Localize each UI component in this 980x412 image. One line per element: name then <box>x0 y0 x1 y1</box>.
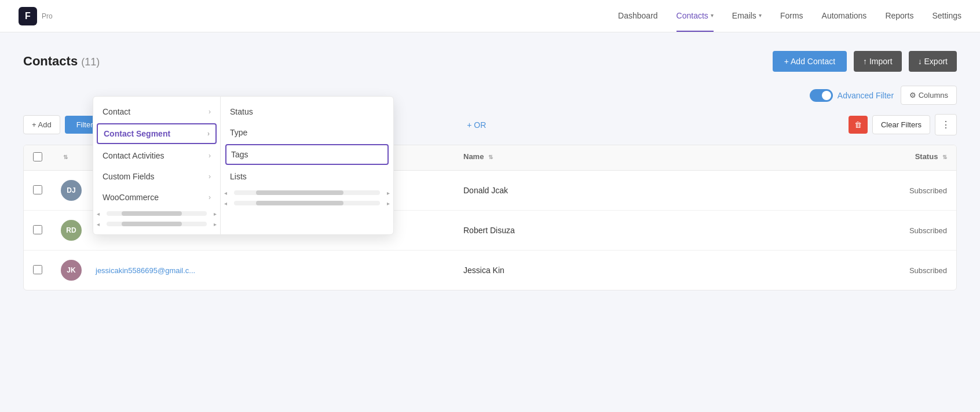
left-scrollbar-thumb <box>122 211 182 216</box>
row1-name: Donald Jcak <box>463 186 831 195</box>
add-contact-button[interactable]: + Add Contact <box>773 51 847 72</box>
row1-checkbox <box>33 185 61 196</box>
submenu-type[interactable]: Type <box>221 122 393 143</box>
left-scrollbar-thumb-2 <box>122 222 182 226</box>
logo-pro-label: Pro <box>42 12 53 20</box>
nav-emails[interactable]: Emails ▾ <box>732 1 762 32</box>
woocommerce-chevron-icon: › <box>209 193 211 201</box>
contact-chevron-icon: › <box>209 108 211 116</box>
row2-name: Robert Disuza <box>463 226 831 235</box>
left-scroll-right-arrow[interactable]: ▸ <box>213 209 218 218</box>
header-avatar: ⇅ <box>61 152 96 163</box>
right-scrollbar-row-2: ◂ ▸ <box>223 198 391 208</box>
header-status: Status ⇅ <box>831 152 947 163</box>
right-scroll-left-arrow-2[interactable]: ◂ <box>223 199 228 208</box>
page-header: Contacts (11) + Add Contact ↑ Import ↓ E… <box>23 51 957 72</box>
right-scrollbar-track-2[interactable] <box>234 201 380 205</box>
nav-forms[interactable]: Forms <box>780 1 803 32</box>
nav-reports[interactable]: Reports <box>885 1 913 32</box>
row1-status: Subscribed <box>831 186 947 195</box>
status-sort-icon[interactable]: ⇅ <box>942 154 947 160</box>
table-row: JK jessicakin5586695@gmail.c... Jessica … <box>24 251 956 290</box>
left-scroll-left-arrow-2[interactable]: ◂ <box>96 220 101 229</box>
menu-item-contact-activities[interactable]: Contact Activities › <box>93 145 220 166</box>
menu-item-custom-fields[interactable]: Custom Fields › <box>93 166 220 187</box>
nav-links: Dashboard Contacts ▾ Emails ▾ Forms Auto… <box>618 1 961 32</box>
page-title: Contacts (11) <box>23 54 100 69</box>
header-name: Name ⇅ <box>463 152 831 163</box>
left-scrollbar-track-2[interactable] <box>107 222 207 226</box>
row3-select-checkbox[interactable] <box>33 265 42 274</box>
header-actions: + Add Contact ↑ Import ↓ Export <box>773 51 957 72</box>
contact-segment-chevron-icon: › <box>207 130 210 138</box>
menu-item-contact[interactable]: Contact › <box>93 101 220 122</box>
filter-dropdown: Contact › Contact Segment › Contact Acti… <box>93 96 394 235</box>
left-scroll-right-arrow-2[interactable]: ▸ <box>213 220 218 229</box>
right-scroll-right-arrow-2[interactable]: ▸ <box>386 199 391 208</box>
emails-chevron-icon: ▾ <box>759 12 762 19</box>
avatar: RD <box>61 220 82 241</box>
left-scrollbar-track[interactable] <box>107 211 207 216</box>
row3-status: Subscribed <box>831 266 947 275</box>
columns-button[interactable]: ⚙ Columns <box>901 86 957 105</box>
advanced-filter-toggle[interactable]: Advanced Filter <box>810 89 894 102</box>
submenu-status[interactable]: Status <box>221 101 393 122</box>
avatar: JK <box>61 260 82 281</box>
nav-contacts[interactable]: Contacts ▾ <box>677 1 714 32</box>
custom-fields-chevron-icon: › <box>209 172 211 181</box>
row2-select-checkbox[interactable] <box>33 225 42 234</box>
nav-settings[interactable]: Settings <box>932 1 961 32</box>
logo-icon: F <box>19 7 37 25</box>
row3-avatar: JK <box>61 260 96 281</box>
row1-select-checkbox[interactable] <box>33 185 42 194</box>
contacts-chevron-icon: ▾ <box>711 12 714 19</box>
or-button[interactable]: + OR <box>467 120 486 130</box>
submenu-tags[interactable]: Tags <box>225 144 389 165</box>
select-all-checkbox[interactable] <box>33 152 42 161</box>
menu-item-woocommerce[interactable]: WooCommerce › <box>93 187 220 208</box>
left-scroll-left-arrow[interactable]: ◂ <box>96 209 101 218</box>
filter-right: Advanced Filter ⚙ Columns <box>810 86 957 105</box>
left-scrollbar-row-2: ◂ ▸ <box>96 219 218 229</box>
logo[interactable]: F Pro <box>19 7 53 25</box>
row3-name: Jessica Kin <box>463 266 831 275</box>
main-content: Contacts (11) + Add Contact ↑ Import ↓ E… <box>0 32 980 309</box>
row1-avatar: DJ <box>61 180 96 201</box>
import-button[interactable]: ↑ Import <box>854 51 902 72</box>
top-navigation: F Pro Dashboard Contacts ▾ Emails ▾ Form… <box>0 0 980 32</box>
contact-activities-chevron-icon: › <box>209 152 211 160</box>
row3-email[interactable]: jessicakin5586695@gmail.c... <box>96 266 463 275</box>
delete-filter-button[interactable]: 🗑 <box>849 116 868 134</box>
nav-dashboard[interactable]: Dashboard <box>618 1 658 32</box>
right-scrollbar-thumb <box>256 190 343 195</box>
right-scrollbar-row: ◂ ▸ <box>223 188 391 197</box>
dropdown-right-panel: Status Type Tags Lists ◂ ▸ ◂ <box>221 97 393 234</box>
more-options-button[interactable]: ⋮ <box>935 114 957 135</box>
dropdown-left-panel: Contact › Contact Segment › Contact Acti… <box>93 97 221 234</box>
avatar: DJ <box>61 180 82 201</box>
right-scroll-left-arrow[interactable]: ◂ <box>223 189 228 197</box>
menu-item-contact-segment[interactable]: Contact Segment › <box>97 123 217 144</box>
left-scrollbar-row: ◂ ▸ <box>96 209 218 218</box>
nav-automations[interactable]: Automations <box>822 1 867 32</box>
right-scrollbar-thumb-2 <box>256 201 343 205</box>
row2-avatar: RD <box>61 220 96 241</box>
right-scroll-right-arrow[interactable]: ▸ <box>386 189 391 197</box>
row2-checkbox <box>33 225 61 236</box>
header-checkbox <box>33 152 61 163</box>
clear-filters-button[interactable]: Clear Filters <box>872 115 930 134</box>
advanced-filter-switch[interactable] <box>810 89 833 102</box>
right-scrollbar-track[interactable] <box>234 190 380 195</box>
avatar-sort-icon[interactable]: ⇅ <box>63 154 68 160</box>
row2-status: Subscribed <box>831 226 947 235</box>
name-sort-icon[interactable]: ⇅ <box>488 154 493 160</box>
contact-count: (11) <box>81 56 100 68</box>
advanced-filter-label: Advanced Filter <box>838 91 894 100</box>
row3-checkbox <box>33 265 61 276</box>
add-filter-button[interactable]: + Add <box>23 115 60 134</box>
submenu-lists[interactable]: Lists <box>221 166 393 187</box>
export-button[interactable]: ↓ Export <box>909 51 957 72</box>
